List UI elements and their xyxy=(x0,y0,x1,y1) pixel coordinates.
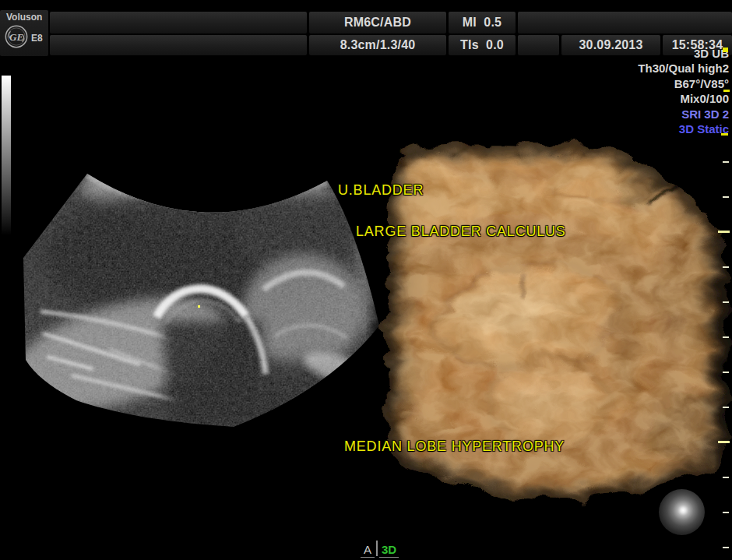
yellow-marker-1 xyxy=(723,48,728,52)
header-segment-blank-3 xyxy=(50,35,307,55)
overlay-line-mode: 3D UB xyxy=(638,46,729,61)
ultrasound-3d-render xyxy=(366,109,732,530)
ultrasound-screen: Voluson GE E8 RM6C/ABD MI 0.5 8.3cm/1.3/… xyxy=(0,0,732,560)
footer-divider xyxy=(376,541,378,556)
annotation-u-bladder: U.BLADDER xyxy=(338,182,424,199)
ultrasound-2d-image xyxy=(0,140,389,444)
annotation-median-lobe-hypertrophy: MEDIAN LOBE HYPERTROPHY xyxy=(344,438,565,455)
overlay-line-threshold-quality: Th30/Qual high2 xyxy=(638,61,729,76)
brand-model: E8 xyxy=(31,33,43,44)
ge-logo-icon: GE xyxy=(4,24,29,49)
grayscale-bar xyxy=(2,76,11,235)
orientation-label: A xyxy=(361,543,375,558)
overlay-line-angles: B67°/V85° xyxy=(638,76,729,91)
header-mi-value: MI 0.5 xyxy=(449,12,516,33)
settings-overlay: 3D UB Th30/Qual high2 B67°/V85° Mix0/100… xyxy=(638,46,729,136)
header-tis-value: TIs 0.0 xyxy=(449,35,516,55)
mode-3d-label: 3D xyxy=(379,543,399,558)
caliper-dot xyxy=(198,305,200,308)
svg-text:GE: GE xyxy=(9,31,24,43)
overlay-line-sri: SRI 3D 2 xyxy=(638,107,729,122)
depth-ruler xyxy=(715,156,732,553)
header-probe: RM6C/ABD xyxy=(309,12,446,33)
annotation-large-bladder-calculus: LARGE BLADDER CALCULUS xyxy=(356,224,566,240)
overlay-line-static: 3D Static xyxy=(638,122,729,136)
brand-block: Voluson GE E8 xyxy=(0,10,48,56)
header-segment-blank-4 xyxy=(518,35,559,55)
overlay-line-mix: Mix0/100 xyxy=(638,91,729,106)
header-segment-blank-1 xyxy=(50,12,307,33)
render-light-sphere xyxy=(659,489,705,535)
header-segment-blank-2 xyxy=(518,12,732,33)
brand-name: Voluson xyxy=(6,12,42,23)
yellow-marker-2 xyxy=(723,90,730,92)
yellow-marker-3 xyxy=(721,133,728,136)
header-depth-freq-gain: 8.3cm/1.3/40 xyxy=(309,35,446,55)
